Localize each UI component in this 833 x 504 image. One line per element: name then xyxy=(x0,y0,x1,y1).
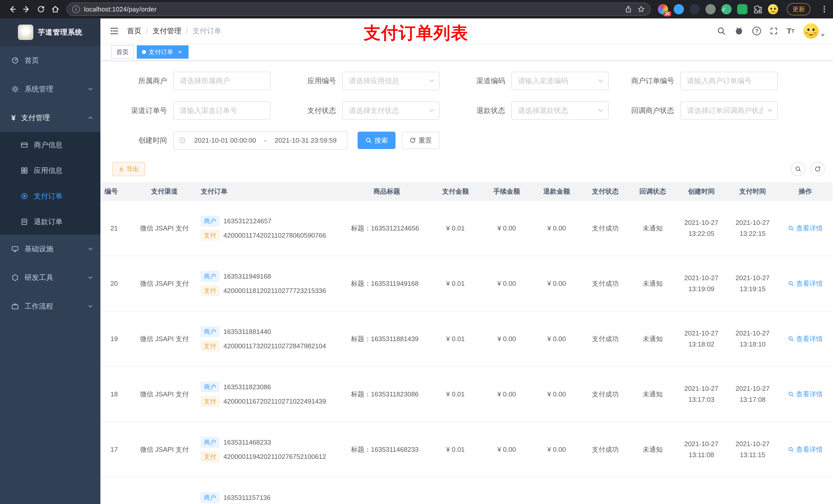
app-select[interactable] xyxy=(342,72,439,90)
merchant-order-no-input[interactable] xyxy=(680,72,778,90)
sidebar-menu: 首页 系统管理 ¥ 支付管理 商户信息 应用信息 xyxy=(0,46,100,321)
channel-order-no-input[interactable] xyxy=(173,101,270,120)
merchant-tag: 商户 xyxy=(201,271,219,282)
fullscreen-icon[interactable] xyxy=(770,27,778,35)
font-size-icon[interactable]: TT xyxy=(787,27,794,35)
reset-button[interactable]: 重置 xyxy=(402,131,439,149)
cell-order: 商户1635311823086 支付4200001167202110271022… xyxy=(193,380,344,408)
logo-avatar xyxy=(18,25,33,40)
view-detail-link[interactable]: 查看详情 xyxy=(788,224,823,233)
briefcase-icon xyxy=(11,303,19,310)
browser-forward-button[interactable] xyxy=(20,2,34,16)
extensions-puzzle-icon[interactable] xyxy=(753,5,762,14)
cell-channel: 微信 JSAPI 支付 xyxy=(136,279,193,288)
search-icon[interactable] xyxy=(717,27,726,35)
target-icon xyxy=(21,192,28,200)
cell-actions: 查看详情 xyxy=(778,390,832,399)
cell-notify: 未通知 xyxy=(629,445,676,454)
app-title: 芋道管理系统 xyxy=(38,27,82,37)
view-detail-link[interactable]: 查看详情 xyxy=(788,334,823,343)
tab-pay-order[interactable]: 支付订单 × xyxy=(137,45,189,58)
table-row: 21 微信 JSAPI 支付 商户1635312124657 支付4200001… xyxy=(100,201,832,256)
browser-toolbar: i localhost:1024/pay/order 10 ✓ 更新 xyxy=(0,0,833,19)
address-bar[interactable]: i localhost:1024/pay/order xyxy=(67,3,651,16)
site-info-icon[interactable]: i xyxy=(72,5,80,13)
close-icon[interactable]: × xyxy=(176,48,184,55)
merchant-order-no: 1635311949168 xyxy=(223,272,271,281)
table-row: 19 微信 JSAPI 支付 商户1635311881440 支付4200001… xyxy=(100,311,832,367)
github-icon[interactable] xyxy=(734,26,744,35)
vue-devtools-icon[interactable]: ✓ xyxy=(721,4,732,14)
sidebar: 芋道管理系统 首页 系统管理 ¥ 支付管理 商户信息 xyxy=(0,19,100,504)
notify-status-label: 回调商户状态 xyxy=(617,106,680,116)
cell-status: 支付成功 xyxy=(581,334,629,343)
cell-refund: ¥ 0.00 xyxy=(532,224,581,232)
sidebar-item-devtools[interactable]: 研发工具 xyxy=(0,263,100,292)
url-text[interactable]: localhost:1024/pay/order xyxy=(84,6,624,13)
cell-create-time: 2021-10-2713:11:08 xyxy=(676,438,727,460)
sidebar-item-infra[interactable]: 基础设施 xyxy=(0,235,100,263)
date-start[interactable]: 2021-10-01 00:00:00 xyxy=(189,137,261,144)
toggle-search-button[interactable] xyxy=(791,162,805,176)
cell-title: 标题：1635311468233 xyxy=(344,445,430,454)
app-logo[interactable]: 芋道管理系统 xyxy=(0,19,100,46)
cell-title: 标题：1635311949168 xyxy=(344,279,430,288)
tab-home[interactable]: 首页 xyxy=(111,45,134,58)
yen-icon: ¥ xyxy=(11,114,16,122)
channel-order-no-label: 渠道订单号 xyxy=(110,106,173,116)
export-button[interactable]: 导出 xyxy=(112,162,145,176)
extension-dark-icon[interactable] xyxy=(690,4,700,14)
sidebar-item-pay-order[interactable]: 支付订单 xyxy=(0,183,100,209)
extension-colorwheel-icon[interactable]: 10 xyxy=(658,4,668,14)
extension-chat-icon[interactable] xyxy=(737,4,747,14)
sidebar-item-merchant-info[interactable]: 商户信息 xyxy=(0,132,100,158)
merchant-input[interactable] xyxy=(173,72,270,90)
chevron-down-icon xyxy=(88,304,93,309)
sidebar-item-refund-order[interactable]: 退款订单 xyxy=(0,209,100,235)
share-icon[interactable] xyxy=(624,5,632,13)
bookmark-star-icon[interactable] xyxy=(637,5,645,13)
browser-profile-avatar[interactable] xyxy=(768,4,778,14)
user-menu[interactable] xyxy=(803,23,825,39)
notify-status-select[interactable] xyxy=(680,101,778,120)
cell-id: 21 xyxy=(100,224,136,232)
cell-amount: ¥ 0.01 xyxy=(430,224,481,232)
view-detail-link[interactable]: 查看详情 xyxy=(788,390,823,399)
browser-menu-icon[interactable] xyxy=(820,5,828,13)
browser-update-button[interactable]: 更新 xyxy=(787,3,810,15)
view-detail-link[interactable]: 查看详情 xyxy=(788,445,823,454)
app-label: 应用编号 xyxy=(279,76,342,86)
cell-refund: ¥ 0.00 xyxy=(532,446,581,454)
browser-back-button[interactable] xyxy=(5,2,20,16)
refund-status-select[interactable] xyxy=(511,101,609,120)
create-time-range-picker[interactable]: 2021-10-01 00:00:00 - 2021-10-31 23:59:5… xyxy=(173,131,347,149)
sidebar-item-app-info[interactable]: 应用信息 xyxy=(0,158,100,183)
browser-home-button[interactable] xyxy=(48,2,63,16)
channel-code-select[interactable] xyxy=(511,72,609,90)
sidebar-item-home[interactable]: 首页 xyxy=(0,46,100,75)
cell-id: 20 xyxy=(100,280,136,288)
cell-create-time: 2021-10-2713:19:09 xyxy=(676,272,727,294)
cell-pay-time: 2021-10-2713:19:15 xyxy=(727,272,778,294)
cell-pay-time: 2021-10-2713:11:15 xyxy=(727,438,778,460)
tags-view: 首页 支付订单 × xyxy=(100,44,833,61)
merchant-tag: 商户 xyxy=(201,382,219,392)
breadcrumb-payment[interactable]: 支付管理 xyxy=(153,26,181,36)
extension-grey-icon[interactable] xyxy=(706,4,716,14)
sidebar-item-payment[interactable]: ¥ 支付管理 xyxy=(0,103,100,132)
browser-reload-button[interactable] xyxy=(34,2,48,16)
pay-status-select[interactable] xyxy=(342,101,439,120)
sidebar-toggle-icon[interactable] xyxy=(108,24,121,38)
breadcrumb-home[interactable]: 首页 xyxy=(127,26,141,36)
date-end[interactable]: 2021-10-31 23:59:59 xyxy=(269,137,342,144)
payment-submenu: 商户信息 应用信息 支付订单 退款订单 xyxy=(0,132,100,235)
sidebar-item-system[interactable]: 系统管理 xyxy=(0,75,100,103)
view-detail-link[interactable]: 查看详情 xyxy=(788,279,823,288)
merchant-order-no: 1635311823086 xyxy=(223,383,271,391)
extension-blue-icon[interactable] xyxy=(674,4,684,14)
help-icon[interactable]: ? xyxy=(752,27,761,35)
search-button[interactable]: 搜索 xyxy=(358,131,396,149)
refresh-button[interactable] xyxy=(810,162,825,176)
sidebar-item-workflow[interactable]: 工作流程 xyxy=(0,292,100,321)
cell-amount: ¥ 0.01 xyxy=(430,390,481,398)
